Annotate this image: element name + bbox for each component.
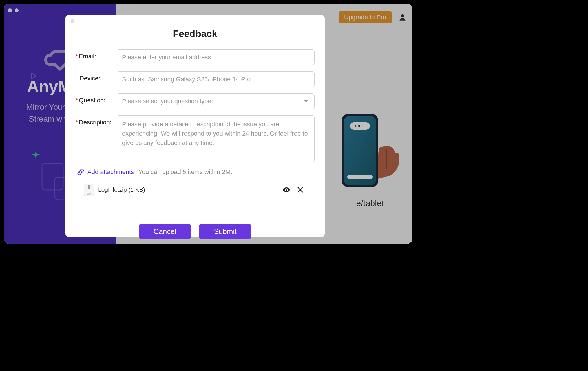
attachments-section: Add attachments You can upload 5 items w… <box>76 168 315 176</box>
link-icon <box>77 169 84 175</box>
email-input[interactable] <box>117 49 315 65</box>
svg-point-9 <box>286 189 287 191</box>
device-input[interactable] <box>117 71 315 87</box>
submit-button[interactable]: Submit <box>199 224 251 239</box>
description-row: * Description: <box>76 115 315 162</box>
required-asterisk: * <box>76 119 78 126</box>
device-row: Device: <box>76 71 315 87</box>
question-select[interactable]: Please select your question type: <box>117 93 315 109</box>
modal-close-icon[interactable] <box>70 19 74 23</box>
modal-actions: Cancel Submit <box>76 224 315 239</box>
minimize-window-icon[interactable] <box>15 8 19 12</box>
close-window-icon[interactable] <box>8 8 12 12</box>
email-row: * Email: <box>76 49 315 65</box>
required-asterisk: * <box>76 53 78 60</box>
device-label: Device: <box>76 71 117 82</box>
app-window: AnyMiro Mirror Your Device, Stream with … <box>4 4 412 244</box>
description-label: * Description: <box>76 115 117 126</box>
preview-icon[interactable] <box>282 187 290 193</box>
email-label: * Email: <box>76 49 117 60</box>
remove-attachment-icon[interactable] <box>297 187 303 193</box>
cancel-button[interactable]: Cancel <box>139 224 191 239</box>
description-textarea[interactable] <box>117 115 315 162</box>
feedback-modal: Feedback * Email: Device: * Question: Pl… <box>65 15 325 237</box>
modal-title: Feedback <box>76 28 315 39</box>
attachment-item: LogFile.zip (1 KB) <box>76 184 315 196</box>
attachments-hint: You can upload 5 items within 2M. <box>138 168 232 176</box>
question-row: * Question: Please select your question … <box>76 93 315 109</box>
window-controls <box>8 8 19 12</box>
required-asterisk: * <box>76 97 78 104</box>
attachment-filename: LogFile.zip (1 KB) <box>98 186 278 193</box>
add-attachments-label: Add attachments <box>87 168 134 176</box>
add-attachments-link[interactable]: Add attachments <box>77 168 134 176</box>
zip-file-icon <box>84 184 94 196</box>
question-label: * Question: <box>76 93 117 104</box>
